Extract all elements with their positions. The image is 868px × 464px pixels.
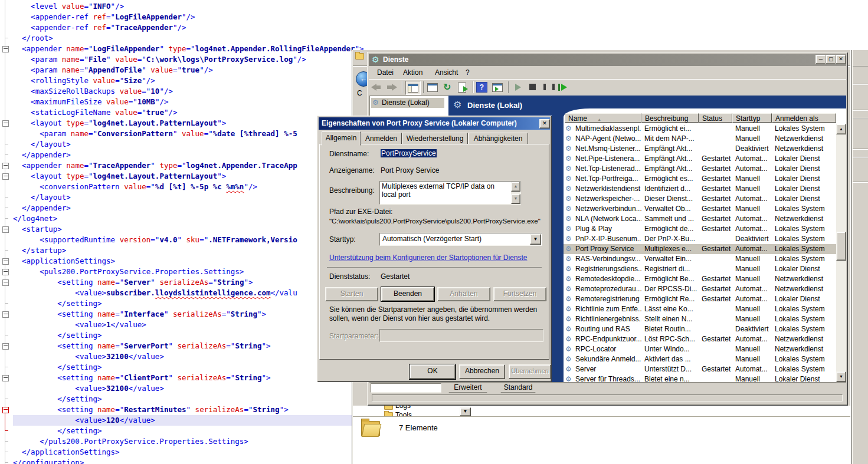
minimize-button[interactable]: ─	[815, 55, 826, 64]
table-row[interactable]: ⚙RPC-Endpunktzuor...Löst RPC-Sch...Gesta…	[564, 334, 836, 344]
dialog-close-button[interactable]: ✕	[539, 119, 550, 129]
code-line[interactable]: <appender name="TraceAppender" type="log…	[13, 160, 352, 171]
code-line[interactable]: <value>32100</value>	[13, 383, 352, 394]
table-row[interactable]: ⚙Net.Tcp-Portfreiga...Ermöglicht es...Ge…	[564, 174, 836, 184]
code-line[interactable]: </setting>	[13, 330, 352, 341]
code-line[interactable]: </startup>	[13, 245, 352, 256]
table-row[interactable]: ⚙Port Proxy ServiceMultiplexes e...Gesta…	[564, 244, 836, 254]
code-line[interactable]: </setting>	[13, 394, 352, 404]
beenden-button[interactable]: Beenden	[381, 287, 434, 301]
fold-marker[interactable]	[2, 163, 9, 169]
abbrechen-button[interactable]: Abbrechen	[459, 364, 505, 379]
fold-marker[interactable]	[2, 343, 9, 350]
code-line[interactable]: </setting>	[13, 426, 352, 436]
code-line[interactable]: <setting name="ClientPort" serializeAs="…	[13, 373, 352, 383]
tab-erweitert[interactable]: Erweitert	[443, 383, 493, 393]
code-line[interactable]: <param name="AppendToFile" value="true"/…	[13, 65, 352, 75]
uebernehmen-button[interactable]: Übernehmen	[509, 364, 551, 379]
fold-marker[interactable]	[2, 258, 9, 265]
code-line[interactable]: </layout>	[13, 139, 352, 150]
code-line[interactable]: <value>32100</value>	[13, 351, 352, 362]
table-row[interactable]: ⚙Richtlinienergebniss...Stellt einen N..…	[564, 314, 836, 324]
code-line[interactable]: <layout type="log4net.Layout.PatternLayo…	[13, 118, 352, 129]
back-button[interactable]	[371, 82, 383, 93]
fold-marker[interactable]	[2, 226, 9, 233]
code-line[interactable]: <setting name="Interface" serializeAs="S…	[13, 309, 352, 320]
code-line[interactable]: </layout>	[13, 192, 352, 203]
code-line[interactable]: <applicationSettings>	[13, 256, 352, 266]
fortsetzen-button[interactable]: Fortsetzen	[493, 287, 546, 301]
code-line[interactable]: <param name="File" value="C:\work\logs\P…	[13, 54, 352, 65]
dialog-tab-abhaengigkeiten[interactable]: Abhängigkeiten	[468, 133, 528, 145]
dialog-tab-anmelden[interactable]: Anmelden	[361, 133, 402, 145]
pause-service-button[interactable]	[543, 82, 555, 93]
table-row[interactable]: ⚙NLA (Network Loca...Sammelt und ...Gest…	[564, 214, 836, 224]
code-line[interactable]: </applicationSettings>	[13, 447, 352, 458]
tab-standard[interactable]: Standard	[494, 383, 542, 393]
scroll-up-button[interactable]: ▲	[836, 124, 846, 134]
start-service-button[interactable]	[515, 82, 527, 93]
dialog-tab-wiederherstellung[interactable]: Wiederherstellung	[402, 133, 468, 145]
starttyp-dropdown-button[interactable]: ▼	[530, 234, 541, 245]
refresh-button[interactable]: ↻	[442, 82, 454, 93]
table-row[interactable]: ⚙Sekundäre Anmeld...Aktiviert das ...Man…	[564, 354, 836, 364]
table-row[interactable]: ⚙Net.Pipe-Listenera...Empfängt Akt...Ges…	[564, 154, 836, 164]
fold-marker-red[interactable]	[2, 407, 9, 413]
code-line[interactable]: <setting name="RestartMinutes" serialize…	[13, 404, 352, 415]
code-line[interactable]: <maximumFileSize value="10MB"/>	[13, 97, 352, 107]
table-row[interactable]: ⚙NetzwerklistendienstIdentifiziert d...G…	[564, 184, 836, 194]
table-row[interactable]: ⚙Server für Threads...Bietet eine n...Ma…	[564, 374, 836, 382]
code-line[interactable]: </appender>	[13, 150, 352, 160]
bottom-left-box[interactable]	[371, 383, 441, 393]
column-header-starttyp[interactable]: Starttyp	[732, 113, 772, 123]
table-row[interactable]: ⚙NAP-Agent (Netwo...Mit dem NAP-...Manue…	[564, 134, 836, 144]
fold-gutter[interactable]	[0, 0, 13, 464]
code-line[interactable]: <rollingStyle value="Size"/>	[13, 75, 352, 86]
startparameter-input[interactable]	[379, 329, 543, 342]
code-line[interactable]: <setting name="Server" serializeAs="Stri…	[13, 277, 352, 288]
table-row[interactable]: ⚙Netzwerkverbindun...Verwaltet Ob...Gest…	[564, 204, 836, 214]
menu-hilfe[interactable]: ?	[466, 68, 470, 77]
code-line[interactable]: <puls200.PortProxyService.Properties.Set…	[13, 266, 352, 277]
tree-item-dienste-lokal[interactable]: ⚙ Dienste (Lokal)	[371, 98, 444, 108]
textbox-scroll-down[interactable]: ▼	[511, 194, 520, 204]
column-header-status[interactable]: Status	[699, 113, 732, 123]
table-row[interactable]: ⚙ServerUnterstützt D...GestartetAutomat.…	[564, 364, 836, 374]
code-line[interactable]: <layout type="log4net.Layout.PatternLayo…	[13, 171, 352, 182]
stop-service-button[interactable]	[529, 82, 541, 93]
help-button[interactable]: ?	[476, 82, 487, 93]
fold-marker[interactable]	[2, 269, 9, 275]
table-row[interactable]: ⚙RAS-Verbindungsv...Verwaltet Ein...Manu…	[564, 254, 836, 264]
fold-marker[interactable]	[2, 279, 9, 286]
folder-item-label[interactable]: Tools	[395, 411, 412, 416]
code-line[interactable]: </setting>	[13, 298, 352, 309]
dialog-titlebar[interactable]: Eigenschaften von Port Proxy Service (Lo…	[319, 117, 550, 130]
fold-marker[interactable]	[2, 375, 9, 381]
scroll-down-button[interactable]: ▼	[836, 371, 846, 382]
code-line[interactable]: <value>1</value>	[13, 320, 352, 330]
value-dienstname[interactable]: PortProxyService	[381, 149, 437, 157]
textbox-scroll-up[interactable]: ▲	[511, 182, 520, 192]
table-row[interactable]: ⚙Remoteprozedurau...Der RPCSS-Di...Gesta…	[564, 284, 836, 294]
list-scrollbar[interactable]: ▲ ▼	[836, 124, 846, 382]
code-line[interactable]: </log4net>	[13, 213, 352, 224]
table-row[interactable]: ⚙Remotedesktopdie...Ermöglicht Be...Gest…	[564, 274, 836, 284]
starten-button[interactable]: Starten	[325, 287, 378, 301]
code-line[interactable]: </configuration>	[13, 458, 352, 464]
startoptions-help-link[interactable]: Unterstützung beim Konfigurieren der Sta…	[329, 254, 528, 262]
beschreibung-textbox[interactable]: Multiplexes external TCP/IP data on loca…	[379, 181, 521, 205]
code-line[interactable]: </puls200.PortProxyService.Properties.Se…	[13, 436, 352, 447]
code-line[interactable]: <maxSizeRollBackups value="10"/>	[13, 86, 352, 97]
fold-marker[interactable]	[2, 311, 9, 318]
code-line[interactable]: <level value="INFO"/>	[13, 1, 352, 12]
restart-service-button[interactable]	[558, 82, 569, 93]
code-line[interactable]: </setting>	[13, 362, 352, 373]
code-line[interactable]: <appender name="LogFileAppender" type="l…	[13, 44, 352, 54]
ok-button[interactable]: OK	[410, 364, 456, 379]
code-line[interactable]: <value>120</value>	[13, 415, 352, 426]
table-row[interactable]: ⚙Registrierungsdiens...Registriert di...…	[564, 264, 836, 274]
table-row[interactable]: ⚙Net.Msmq-Listener...Empfängt Akt...Deak…	[564, 144, 836, 154]
starttyp-combobox[interactable]: Automatisch (Verzögerter Start) ▼	[379, 233, 542, 246]
fold-marker[interactable]	[2, 120, 9, 127]
menu-datei[interactable]: Datei	[377, 68, 394, 77]
